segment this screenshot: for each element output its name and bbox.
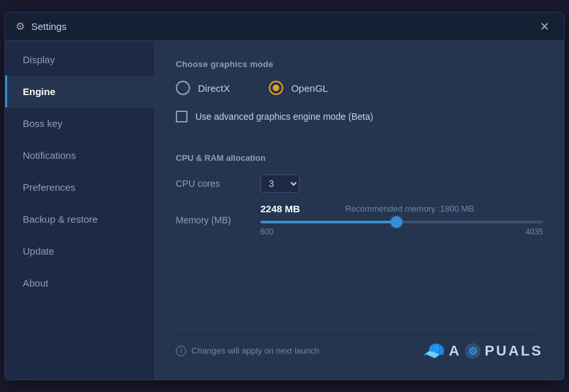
settings-icon: ⚙ bbox=[16, 20, 25, 33]
slider-track bbox=[260, 221, 543, 223]
directx-radio[interactable] bbox=[176, 81, 190, 95]
sidebar-item-backup-restore[interactable]: Backup & restore bbox=[5, 203, 154, 235]
memory-value: 2248 MB bbox=[260, 203, 326, 214]
brand-text-puals: PUALS bbox=[484, 343, 543, 359]
window-content: Display Engine Boss key Notifications Pr… bbox=[5, 41, 564, 380]
sidebar-item-preferences[interactable]: Preferences bbox=[5, 171, 154, 203]
advanced-mode-row: Use advanced graphics engine mode (Beta) bbox=[176, 111, 543, 122]
directx-option[interactable]: DirectX bbox=[176, 81, 230, 95]
footer: i Changes will apply on next launch 🧢 A … bbox=[176, 329, 543, 361]
opengl-label: OpenGL bbox=[291, 83, 328, 94]
sidebar-item-engine[interactable]: Engine bbox=[5, 76, 154, 107]
memory-row: Memory (MB) 2248 MB Recommended memory :… bbox=[176, 203, 543, 236]
sidebar-item-display[interactable]: Display bbox=[5, 44, 154, 76]
sidebar: Display Engine Boss key Notifications Pr… bbox=[5, 41, 155, 380]
cpu-label: CPU cores bbox=[176, 178, 260, 189]
settings-window: ⚙ Settings ✕ Display Engine Boss key Not… bbox=[5, 12, 564, 380]
memory-recommended: Recommended memory :1800 MB bbox=[345, 204, 474, 214]
svg-text:⚙: ⚙ bbox=[468, 346, 477, 357]
sidebar-item-notifications[interactable]: Notifications bbox=[5, 139, 154, 171]
slider-max-label: 4035 bbox=[525, 227, 543, 236]
slider-min-label: 600 bbox=[260, 227, 273, 236]
sidebar-item-about[interactable]: About bbox=[5, 267, 154, 299]
sidebar-item-update[interactable]: Update bbox=[5, 235, 154, 267]
info-icon: i bbox=[176, 346, 186, 356]
brand-icon-graphic: ⚙ bbox=[464, 342, 482, 360]
brand-logo: 🧢 A ⚙ PUALS bbox=[423, 340, 543, 361]
memory-slider-area: 2248 MB Recommended memory :1800 MB 600 … bbox=[260, 203, 543, 236]
brand-mascot-icon: 🧢 bbox=[423, 340, 445, 361]
graphics-radio-group: DirectX OpenGL bbox=[176, 81, 543, 95]
brand-text: A bbox=[449, 343, 462, 359]
graphics-section-title: Choose graphics mode bbox=[176, 59, 543, 69]
close-button[interactable]: ✕ bbox=[535, 18, 553, 36]
main-panel: Choose graphics mode DirectX OpenGL Use … bbox=[155, 41, 564, 380]
advanced-mode-label: Use advanced graphics engine mode (Beta) bbox=[195, 111, 373, 122]
cpu-select[interactable]: 3 1 2 4 5 6 7 8 bbox=[260, 175, 299, 193]
slider-labels: 600 4035 bbox=[260, 227, 543, 236]
opengl-radio[interactable] bbox=[269, 81, 283, 95]
cpu-row: CPU cores 3 1 2 4 5 6 7 8 bbox=[176, 175, 543, 193]
slider-fill bbox=[260, 221, 396, 223]
window-title: Settings bbox=[31, 21, 535, 32]
advanced-mode-checkbox[interactable] bbox=[176, 111, 187, 122]
footer-note: i Changes will apply on next launch bbox=[176, 346, 320, 356]
memory-label: Memory (MB) bbox=[176, 215, 260, 225]
allocation-section-title: CPU & RAM allocation bbox=[176, 153, 543, 163]
slider-thumb[interactable] bbox=[391, 216, 402, 228]
opengl-option[interactable]: OpenGL bbox=[269, 81, 328, 95]
footer-note-text: Changes will apply on next launch bbox=[191, 346, 320, 356]
memory-slider[interactable] bbox=[260, 221, 543, 223]
sidebar-item-boss-key[interactable]: Boss key bbox=[5, 107, 154, 139]
titlebar: ⚙ Settings ✕ bbox=[5, 12, 564, 41]
directx-label: DirectX bbox=[198, 83, 230, 94]
divider bbox=[176, 141, 543, 141]
